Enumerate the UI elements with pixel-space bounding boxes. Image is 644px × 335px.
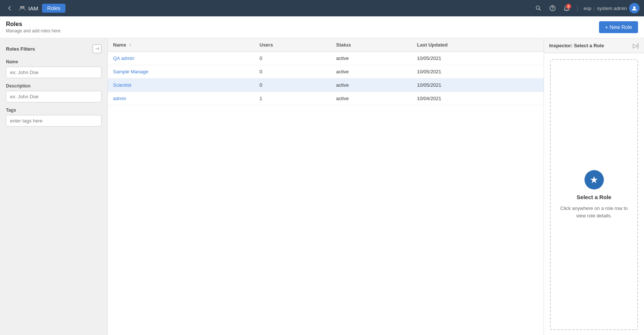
inspector-header: Inspector: Select a Role ▷| (544, 38, 644, 53)
cell-users: 0 (254, 52, 331, 65)
sidebar-title: Roles Filters (6, 46, 35, 52)
sidebar-collapse-button[interactable]: ⊣ (93, 44, 102, 53)
table-row[interactable]: admin 1 active 10/04/2021 (108, 92, 544, 105)
col-name[interactable]: Name ↑ (108, 38, 254, 52)
roles-tab[interactable]: Roles (42, 4, 66, 13)
table-body: QA admin 0 active 10/05/2021 Sample Mana… (108, 52, 544, 105)
nav-divider: | (577, 5, 579, 11)
description-filter-label: Description (6, 83, 102, 89)
topnav: IAM Roles 2 | esp | system admin (0, 0, 644, 16)
inspector-body: ★ Select a Role Click anywhere on a role… (544, 53, 644, 335)
col-users: Users (254, 38, 331, 52)
col-last-updated: Last Updated (412, 38, 544, 52)
brand: IAM (19, 4, 38, 12)
avatar (629, 3, 640, 13)
page-title: Roles (6, 21, 61, 28)
cell-status: active (331, 92, 412, 105)
cell-status: active (331, 65, 412, 79)
inspector-select-desc: Click anywhere on a role row to view rol… (558, 205, 630, 219)
cell-last-updated: 10/05/2021 (412, 52, 544, 65)
cell-name: QA admin (108, 52, 254, 65)
cell-users: 0 (254, 79, 331, 92)
table-header: Name ↑ Users Status Last Updated (108, 38, 544, 52)
cell-last-updated: 10/04/2021 (412, 92, 544, 105)
svg-point-4 (552, 9, 553, 10)
back-button[interactable] (4, 3, 15, 13)
help-icon[interactable] (547, 3, 558, 13)
svg-point-5 (633, 6, 635, 9)
col-status: Status (331, 38, 412, 52)
notifications-icon[interactable]: 2 (561, 3, 572, 13)
user-label: system admin (597, 6, 627, 11)
roles-table-container: Name ↑ Users Status Last Updated QA admi… (108, 38, 544, 335)
role-name-link[interactable]: Scientist (113, 82, 131, 88)
inspector-close-button[interactable]: ▷| (633, 42, 639, 49)
cell-users: 1 (254, 92, 331, 105)
table-row[interactable]: Scientist 0 active 10/05/2021 (108, 79, 544, 92)
notification-badge: 2 (566, 4, 571, 9)
inspector-placeholder: ★ Select a Role Click anywhere on a role… (550, 59, 638, 330)
roles-table: Name ↑ Users Status Last Updated QA admi… (108, 38, 544, 105)
sidebar-header: Roles Filters ⊣ (6, 44, 102, 53)
inspector-title: Inspector: Select a Role (549, 43, 604, 48)
user-menu[interactable]: esp | system admin (583, 3, 640, 13)
sort-arrow-name: ↑ (129, 42, 132, 48)
brand-label: IAM (28, 5, 38, 12)
search-icon[interactable] (533, 3, 544, 13)
cell-name: admin (108, 92, 254, 105)
main-layout: Roles Filters ⊣ Name Description Tags Na… (0, 38, 644, 335)
cell-status: active (331, 52, 412, 65)
lang-label: esp (583, 6, 591, 11)
svg-point-1 (22, 6, 25, 8)
role-name-link[interactable]: admin (113, 96, 126, 101)
content-area: Name ↑ Users Status Last Updated QA admi… (108, 38, 544, 335)
table-row[interactable]: QA admin 0 active 10/05/2021 (108, 52, 544, 65)
name-filter-input[interactable] (6, 67, 102, 78)
cell-users: 0 (254, 65, 331, 79)
inspector-select-title: Select a Role (577, 194, 611, 200)
tags-filter-input[interactable] (6, 115, 102, 127)
new-role-button[interactable]: + New Role (599, 21, 638, 33)
cell-status: active (331, 79, 412, 92)
cell-last-updated: 10/05/2021 (412, 79, 544, 92)
nav-divider2: | (593, 6, 595, 11)
cell-last-updated: 10/05/2021 (412, 65, 544, 79)
cell-name: Scientist (108, 79, 254, 92)
page-header: Roles Manage and add roles here + New Ro… (0, 16, 644, 38)
inspector-star-icon: ★ (585, 170, 604, 189)
name-filter-label: Name (6, 59, 102, 64)
page-header-text: Roles Manage and add roles here (6, 21, 61, 34)
page-subtitle: Manage and add roles here (6, 28, 61, 34)
svg-point-0 (20, 6, 22, 8)
role-name-link[interactable]: QA admin (113, 55, 134, 61)
role-name-link[interactable]: Sample Manage (113, 69, 148, 74)
cell-name: Sample Manage (108, 65, 254, 79)
description-filter-input[interactable] (6, 91, 102, 102)
inspector-panel: Inspector: Select a Role ▷| ★ Select a R… (544, 38, 644, 335)
tags-filter-label: Tags (6, 108, 102, 113)
roles-filters-sidebar: Roles Filters ⊣ Name Description Tags (0, 38, 108, 335)
table-row[interactable]: Sample Manage 0 active 10/05/2021 (108, 65, 544, 79)
